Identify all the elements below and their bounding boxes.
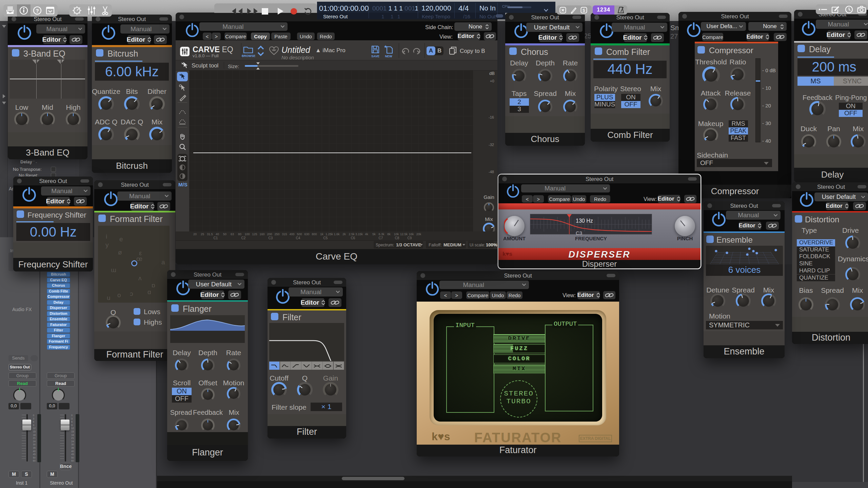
svg-text:S: S [583, 8, 585, 13]
svg-text:?: ? [36, 8, 39, 14]
